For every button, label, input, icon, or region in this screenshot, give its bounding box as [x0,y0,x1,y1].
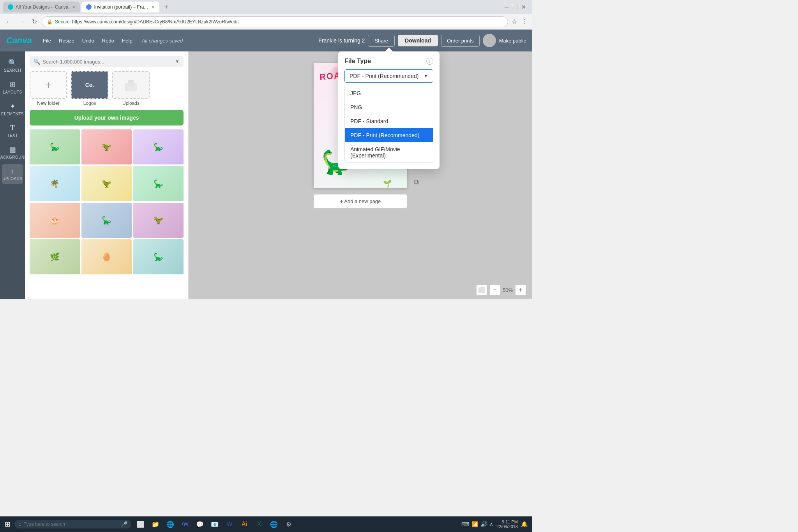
sidebar-item-search[interactable]: 🔍 SEARCH [2,55,23,76]
folder-uploads[interactable]: Uploads [112,71,150,106]
image-thumb-12[interactable]: 🦕 [133,239,184,274]
sidebar-label-elements: ELEMENTS [1,112,24,116]
upload-button[interactable]: Upload your own images [30,110,184,125]
image-thumb-11[interactable]: 🥚 [81,239,132,274]
search-input[interactable] [42,59,173,65]
sidebar-label-search: SEARCH [4,68,21,72]
sidebar-item-uploads[interactable]: ↑ UPLOADS [2,164,23,184]
image-thumb-9[interactable]: 🦖 [133,203,184,238]
info-icon[interactable]: i [426,58,433,65]
selected-file-type: PDF - Print (Recommended) [350,73,418,79]
logo-text: Co. [85,82,94,88]
folder-label-new: New folder [37,101,59,106]
sidebar-item-background[interactable]: ▦ BACKGROUND [2,142,23,163]
bookmark-button[interactable]: ☆ [510,17,518,27]
option-gif[interactable]: Animated GIF/Movie (Experimental) [345,142,433,163]
folder-label-uploads: Uploads [122,101,139,106]
tab-all-designs[interactable]: All Your Designs – Canva ✕ [3,2,80,12]
image-thumb-6[interactable]: 🦕 [133,166,184,201]
sidebar: 🔍 SEARCH ⊞ LAYOUTS ✦ ELEMENTS T TEXT ▦ B… [0,51,25,299]
image-thumb-4[interactable]: 🌴 [30,166,80,201]
sidebar-label-text: TEXT [7,133,18,138]
avatar[interactable] [483,34,496,47]
url-protocol: Secure [55,19,70,25]
image-thumb-5[interactable]: 🦖 [81,166,132,201]
image-thumb-8[interactable]: 🦕 [81,203,132,238]
folders-row: + New folder Co. Logos [30,71,184,106]
search-icon-panel: 🔍 [34,58,40,65]
url-bar[interactable]: 🔒 Secure https://www.canva.com/design/DA… [42,16,508,27]
tab-bar: All Your Designs – Canva ✕ Invitation (p… [0,0,532,14]
search-box[interactable]: 🔍 ▼ [30,56,184,67]
images-grid: 🦕 🦖 🦕 🌴 🦖 🦕 [30,129,184,274]
saved-status: All changes saved [142,38,183,44]
search-icon: 🔍 [8,58,17,67]
tab-invitation[interactable]: Invitation (portrait) – Fra... ✕ [81,2,159,12]
text-icon: T [10,124,15,132]
order-prints-button[interactable]: Order prints [441,35,480,47]
tab-label-all-designs: All Your Designs – Canva [16,4,68,10]
option-pdf-standard[interactable]: PDF - Standard [345,114,433,128]
menu-button[interactable]: ⋮ [521,17,529,27]
option-jpg[interactable]: JPG [345,86,433,100]
add-page-button[interactable]: + Add a new page [314,194,407,209]
design-name: Frankie is turning 2 [318,37,365,44]
tab-close-invitation[interactable]: ✕ [152,5,155,9]
chevron-down-icon: ▼ [175,59,180,64]
zoom-level: 50% [503,287,513,293]
logos-thumb: Co. [71,71,108,99]
plus-icon: + [45,79,51,91]
option-pdf-print[interactable]: PDF - Print (Recommended) [345,128,433,142]
menu-help[interactable]: Help [119,36,136,46]
folder-label-logos: Logos [83,101,96,106]
image-thumb-2[interactable]: 🦖 [81,129,132,164]
file-type-title: File Type i [344,58,433,65]
sidebar-label-uploads: UPLOADS [2,177,22,181]
image-thumb-10[interactable]: 🌿 [30,239,80,274]
share-button[interactable]: Share [368,35,395,47]
image-thumb-3[interactable]: 🦕 [133,129,184,164]
sidebar-item-elements[interactable]: ✦ ELEMENTS [2,99,23,119]
main-content: 🔍 SEARCH ⊞ LAYOUTS ✦ ELEMENTS T TEXT ▦ B… [0,51,532,299]
maximize-button[interactable]: ⬜ [512,4,518,10]
folder-new[interactable]: + New folder [30,71,67,106]
elements-icon: ✦ [10,102,16,111]
file-type-select[interactable]: PDF - Print (Recommended) ▼ [344,69,433,83]
canva-logo: Canva [6,35,32,46]
sidebar-item-text[interactable]: T TEXT [2,121,23,141]
forward-button[interactable]: → [16,17,27,27]
make-public-button[interactable]: Make public [499,38,526,44]
new-tab-button[interactable]: + [161,3,171,11]
panel: 🔍 ▼ + New folder Co. Logos [25,51,189,299]
layouts-icon: ⊞ [10,80,16,89]
sidebar-label-layouts: LAYOUTS [3,90,22,94]
browser-chrome: All Your Designs – Canva ✕ Invitation (p… [0,0,532,30]
toolbar-menu: File Resize Undo Redo Help [40,36,136,46]
zoom-plus-button[interactable]: + [515,285,526,295]
app: Canva File Resize Undo Redo Help All cha… [0,30,532,299]
tab-close-all-designs[interactable]: ✕ [72,5,75,9]
menu-redo[interactable]: Redo [99,36,117,46]
minimize-button[interactable]: ─ [505,4,508,10]
zoom-minus-button[interactable]: − [489,285,500,295]
menu-file[interactable]: File [40,36,54,46]
tab-label-invitation: Invitation (portrait) – Fra... [94,4,148,10]
option-png[interactable]: PNG [345,100,433,114]
sidebar-item-layouts[interactable]: ⊞ LAYOUTS [2,77,23,97]
file-type-list: JPG PNG PDF - Standard PDF - Print (Reco… [344,86,433,163]
image-thumb-1[interactable]: 🦕 [30,129,80,164]
lock-icon: 🔒 [47,19,53,25]
close-button[interactable]: ✕ [521,4,526,10]
copy-page-icon[interactable]: ⧉ [414,178,419,186]
back-button[interactable]: ← [3,17,14,27]
toolbar-right: Frankie is turning 2 Share Download Orde… [318,34,526,47]
menu-undo[interactable]: Undo [79,36,97,46]
image-thumb-7[interactable]: 🎂 [30,203,80,238]
menu-resize[interactable]: Resize [56,36,78,46]
folder-logos[interactable]: Co. Logos [71,71,108,106]
background-icon: ▦ [9,145,16,154]
present-button[interactable]: ⬜ [476,285,487,295]
uploads-thumb [112,71,150,99]
download-button[interactable]: Download [398,35,438,46]
reload-button[interactable]: ↻ [30,16,39,27]
